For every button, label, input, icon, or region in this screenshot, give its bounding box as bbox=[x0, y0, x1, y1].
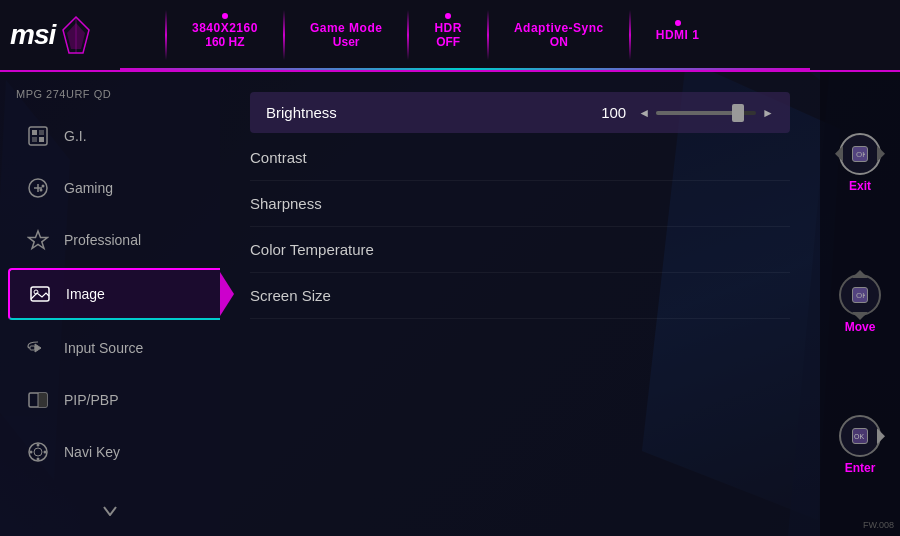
svg-point-23 bbox=[37, 458, 40, 461]
fw-version: FW.008 bbox=[863, 520, 894, 530]
navi-key-icon bbox=[24, 438, 52, 466]
brightness-slider-container[interactable]: ◄ ► bbox=[638, 106, 774, 120]
input-source-icon bbox=[24, 334, 52, 362]
gaming-icon bbox=[24, 174, 52, 202]
exit-btn-arrow-right bbox=[877, 146, 885, 162]
gi-icon bbox=[24, 122, 52, 150]
input-label: HDMI 1 bbox=[656, 28, 700, 42]
svg-rect-16 bbox=[30, 346, 35, 350]
active-arrow bbox=[220, 272, 234, 316]
exit-btn-center: OK bbox=[852, 146, 868, 162]
header-dot-hdr bbox=[445, 13, 451, 19]
header-game-mode[interactable]: Game Mode User bbox=[290, 21, 403, 49]
sidebar-item-input-source[interactable]: Input Source bbox=[8, 324, 212, 372]
svg-point-21 bbox=[34, 448, 42, 456]
move-btn-arrow-down bbox=[852, 312, 868, 320]
header-divider-5 bbox=[629, 10, 631, 60]
move-btn-circle[interactable]: OK bbox=[839, 274, 881, 316]
enter-btn-circle[interactable]: OK bbox=[839, 415, 881, 457]
svg-rect-5 bbox=[39, 130, 44, 135]
svg-point-22 bbox=[37, 444, 40, 447]
move-label: Move bbox=[845, 320, 876, 334]
model-name: MPG 274URF QD bbox=[0, 84, 220, 110]
pip-pbp-icon bbox=[24, 386, 52, 414]
sidebar-item-pip-pbp[interactable]: PIP/PBP bbox=[8, 376, 212, 424]
header-input[interactable]: HDMI 1 bbox=[636, 28, 720, 42]
move-button[interactable]: OK Move bbox=[839, 274, 881, 334]
sidebar-item-gi[interactable]: G.I. bbox=[8, 112, 212, 160]
slider-arrow-right[interactable]: ► bbox=[762, 106, 774, 120]
content-area: MPG 274URF QD G.I. bbox=[0, 72, 900, 536]
header-nav: 3840X2160 160 HZ Game Mode User HDR OFF … bbox=[172, 10, 890, 60]
header-divider-1 bbox=[165, 10, 167, 60]
brightness-slider-track[interactable] bbox=[656, 111, 756, 115]
header-dot-input bbox=[675, 20, 681, 26]
svg-text:OK: OK bbox=[854, 433, 864, 440]
brightness-slider-fill bbox=[656, 111, 741, 115]
hdr-label: HDR bbox=[434, 21, 462, 35]
move-btn-arrow-up bbox=[852, 270, 868, 278]
image-icon bbox=[26, 280, 54, 308]
menu-item-sharpness[interactable]: Sharpness bbox=[250, 181, 790, 227]
move-btn-center: OK bbox=[852, 287, 868, 303]
menu-item-brightness[interactable]: Brightness 100 ◄ ► bbox=[250, 92, 790, 133]
svg-marker-13 bbox=[29, 231, 48, 249]
header-resolution[interactable]: 3840X2160 160 HZ bbox=[172, 21, 278, 49]
header: msi 3840X2160 160 HZ Game Mode User bbox=[0, 0, 900, 72]
header-hdr[interactable]: HDR OFF bbox=[414, 21, 482, 49]
gaming-label: Gaming bbox=[64, 180, 113, 196]
game-mode-value: User bbox=[333, 35, 360, 49]
svg-rect-7 bbox=[39, 137, 44, 142]
svg-point-12 bbox=[40, 189, 43, 192]
svg-rect-3 bbox=[29, 127, 47, 145]
exit-label: Exit bbox=[849, 179, 871, 193]
enter-btn-center: OK bbox=[852, 428, 868, 444]
svg-rect-18 bbox=[38, 393, 47, 407]
adaptive-sync-value: ON bbox=[550, 35, 568, 49]
professional-label: Professional bbox=[64, 232, 141, 248]
hz-label: 160 HZ bbox=[205, 35, 244, 49]
sharpness-label: Sharpness bbox=[250, 195, 790, 212]
sidebar: MPG 274URF QD G.I. bbox=[0, 72, 220, 536]
brightness-slider-thumb[interactable] bbox=[732, 104, 744, 122]
msi-logo-text: msi bbox=[10, 19, 55, 51]
pip-pbp-label: PIP/PBP bbox=[64, 392, 118, 408]
scroll-down-indicator bbox=[0, 498, 220, 524]
enter-button[interactable]: OK Enter bbox=[839, 415, 881, 475]
brightness-label: Brightness bbox=[266, 104, 591, 121]
monitor-ui: msi 3840X2160 160 HZ Game Mode User bbox=[0, 0, 900, 536]
header-divider-2 bbox=[283, 10, 285, 60]
header-divider-3 bbox=[407, 10, 409, 60]
header-divider-4 bbox=[487, 10, 489, 60]
adaptive-sync-label: Adaptive-Sync bbox=[514, 21, 604, 35]
exit-btn-circle[interactable]: OK bbox=[839, 133, 881, 175]
resolution-label: 3840X2160 bbox=[192, 21, 258, 35]
sidebar-item-image[interactable]: Image bbox=[8, 268, 220, 320]
slider-arrow-left[interactable]: ◄ bbox=[638, 106, 650, 120]
header-dot-resolution bbox=[222, 13, 228, 19]
navi-key-label: Navi Key bbox=[64, 444, 120, 460]
svg-text:OK: OK bbox=[856, 291, 865, 300]
header-bottom-line bbox=[120, 68, 810, 70]
menu-item-color-temperature[interactable]: Color Temperature bbox=[250, 227, 790, 273]
svg-rect-4 bbox=[32, 130, 37, 135]
exit-button[interactable]: OK Exit bbox=[839, 133, 881, 193]
main-panel: Brightness 100 ◄ ► Contrast Sharpness bbox=[220, 72, 820, 536]
svg-text:OK: OK bbox=[856, 150, 865, 159]
brightness-value: 100 bbox=[591, 104, 626, 121]
svg-point-11 bbox=[42, 185, 45, 188]
msi-logo: msi bbox=[10, 15, 130, 55]
exit-btn-arrow-left bbox=[835, 146, 843, 162]
header-adaptive-sync[interactable]: Adaptive-Sync ON bbox=[494, 21, 624, 49]
enter-btn-arrow-right bbox=[877, 428, 885, 444]
color-temperature-label: Color Temperature bbox=[250, 241, 790, 258]
input-source-label: Input Source bbox=[64, 340, 143, 356]
game-mode-label: Game Mode bbox=[310, 21, 383, 35]
sidebar-item-professional[interactable]: Professional bbox=[8, 216, 212, 264]
gi-label: G.I. bbox=[64, 128, 87, 144]
menu-item-screen-size[interactable]: Screen Size bbox=[250, 273, 790, 319]
enter-label: Enter bbox=[845, 461, 876, 475]
sidebar-item-gaming[interactable]: Gaming bbox=[8, 164, 212, 212]
menu-item-contrast[interactable]: Contrast bbox=[250, 135, 790, 181]
sidebar-item-navi-key[interactable]: Navi Key bbox=[8, 428, 212, 476]
